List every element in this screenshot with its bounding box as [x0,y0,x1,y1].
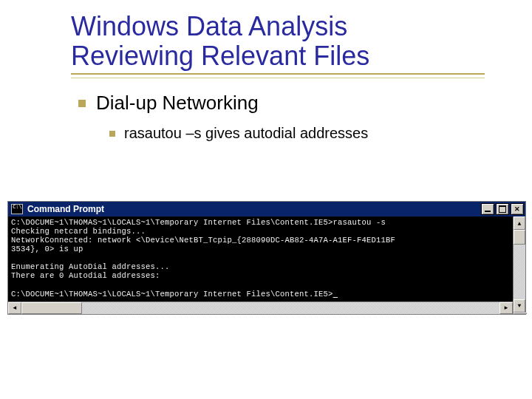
cmd-main: C:\DOCUME~1\THOMAS~1\LOCALS~1\Temporary … [8,216,513,314]
cmd-client-area: C:\DOCUME~1\THOMAS~1\LOCALS~1\Temporary … [8,216,525,314]
square-bullet-icon [78,100,86,107]
scroll-thumb-v[interactable] [514,230,525,245]
console-output[interactable]: C:\DOCUME~1\THOMAS~1\LOCALS~1\Temporary … [8,216,513,301]
bullet-level-2: rasautou –s gives autodial addresses [109,125,519,142]
bullet-list: Dial-up Networking rasautou –s gives aut… [78,92,519,142]
scroll-down-button[interactable]: ▼ [514,299,525,313]
cmd-icon [11,204,23,214]
scroll-track-h[interactable] [21,302,499,314]
square-bullet-icon [109,131,115,137]
scroll-thumb-h[interactable] [21,302,82,314]
bullet-1-text: Dial-up Networking [96,92,259,115]
console-line: Checking netcard bindings... [11,227,146,236]
maximize-button[interactable] [496,203,509,215]
slide: Windows Data Analysis Reviewing Relevant… [0,0,532,399]
horizontal-scrollbar[interactable]: ◄ ► [8,301,513,314]
console-line: NetworkConnected: network <\Device\NetBT… [11,236,395,245]
window-titlebar[interactable]: Command Prompt [8,202,525,216]
scroll-track-v[interactable] [514,230,525,299]
console-line: There are 0 Autodial addresses: [11,271,160,280]
console-line: C:\DOCUME~1\THOMAS~1\LOCALS~1\Temporary … [11,218,386,227]
titlebar-left: Command Prompt [11,204,104,214]
title-line-1: Windows Data Analysis [71,11,347,41]
scroll-right-button[interactable]: ► [499,302,513,314]
console-prompt-line: C:\DOCUME~1\THOMAS~1\LOCALS~1\Temporary … [11,290,333,299]
console-line: 3534}, 0> is up [11,245,83,253]
scrollbar-corner [514,313,527,314]
scroll-left-button[interactable]: ◄ [8,302,21,314]
window-title-text: Command Prompt [27,204,104,214]
vertical-scrollbar[interactable]: ▲ ▼ [513,216,525,314]
slide-title: Windows Data Analysis Reviewing Relevant… [71,12,519,70]
title-underline [71,73,485,78]
title-line-2: Reviewing Relevant Files [71,41,369,71]
bullet-level-1: Dial-up Networking [78,92,519,115]
console-line: Enumerating AutoDial addresses... [11,262,170,271]
command-prompt-window: Command Prompt C:\DOCUME~1\THOMAS~1\LOCA… [7,201,526,315]
minimize-button[interactable] [481,203,494,215]
scroll-up-button[interactable]: ▲ [514,216,525,230]
close-button[interactable] [511,203,524,215]
window-controls [481,203,524,215]
cursor-icon [333,290,338,299]
bullet-2-text: rasautou –s gives autodial addresses [124,125,368,142]
